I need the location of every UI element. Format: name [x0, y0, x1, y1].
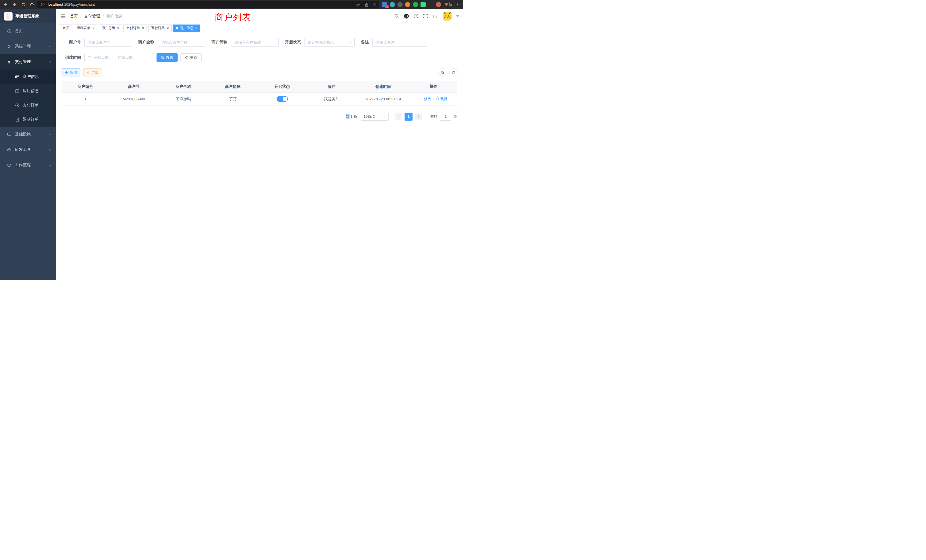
- prev-page-button[interactable]: [395, 113, 402, 120]
- app-logo[interactable]: 芋道管理系统: [0, 9, 56, 23]
- user-avatar[interactable]: [443, 12, 452, 21]
- close-icon[interactable]: ×: [92, 27, 94, 30]
- breadcrumb-item[interactable]: 支付管理: [84, 14, 100, 19]
- record-circle-icon: [14, 103, 21, 107]
- full-name-label: 商户全称: [138, 39, 154, 45]
- date-end-placeholder[interactable]: 结束日期: [118, 55, 133, 60]
- delete-link-label: 删除: [440, 96, 448, 101]
- close-icon[interactable]: ×: [117, 27, 119, 30]
- bookmark-star-icon[interactable]: ☆: [373, 3, 376, 6]
- page-number-button[interactable]: 1: [404, 113, 413, 121]
- sidebar-item-app-info[interactable]: 应用信息: [0, 84, 56, 98]
- status-toggle-on[interactable]: [277, 96, 288, 102]
- edit-link-label: 修改: [424, 96, 431, 101]
- tab-merchant-info[interactable]: 商户信息×: [173, 24, 200, 32]
- caret-down-icon[interactable]: [456, 15, 459, 17]
- delete-link[interactable]: 删除: [436, 96, 448, 101]
- chevron-up-icon: [49, 61, 52, 64]
- extension-icon[interactable]: [428, 2, 433, 7]
- forward-icon[interactable]: [12, 2, 17, 7]
- sidebar-item-merchant-info[interactable]: 商户信息: [0, 70, 56, 84]
- short-name-input[interactable]: [231, 38, 278, 47]
- reload-icon[interactable]: [21, 2, 26, 7]
- cell-merchant-no: M233666999: [109, 92, 159, 106]
- reset-button-label: 重置: [190, 55, 197, 60]
- extension-icon[interactable]: 10: [382, 2, 387, 7]
- sidebar-item-workflow[interactable]: 工作流程: [0, 157, 56, 173]
- remark-input[interactable]: [372, 38, 427, 47]
- export-button[interactable]: 导出: [83, 68, 102, 76]
- breadcrumb-item[interactable]: 首页: [70, 14, 78, 19]
- edit-link[interactable]: 修改: [419, 96, 431, 101]
- chevron-down-icon: [49, 45, 52, 48]
- extension-icon[interactable]: [398, 2, 402, 7]
- goto-page-input[interactable]: [440, 113, 451, 121]
- col-header: 备注: [307, 81, 357, 92]
- search-icon[interactable]: [394, 14, 399, 18]
- back-icon[interactable]: [3, 2, 8, 7]
- page-annotation: 商户列表: [215, 12, 251, 23]
- sidebar-item-system[interactable]: ⚙ 系统管理: [0, 39, 56, 54]
- col-header: 商户编号: [62, 81, 109, 92]
- browser-menu-icon[interactable]: ⋮: [455, 2, 460, 7]
- fullscreen-icon[interactable]: [423, 14, 428, 18]
- col-header: 商户全称: [159, 81, 208, 92]
- merchant-no-input[interactable]: [85, 38, 132, 47]
- svg-text:?: ?: [415, 15, 417, 18]
- sidebar-item-payment[interactable]: ¥ 支付管理: [0, 54, 56, 70]
- sidebar-item-home[interactable]: 首页: [0, 23, 56, 39]
- sidebar-item-refund-order[interactable]: 退款订单: [0, 112, 56, 127]
- add-button[interactable]: 新增: [62, 68, 80, 76]
- next-page-button[interactable]: [415, 113, 422, 120]
- sidebar-item-label: 研发工具: [15, 147, 31, 152]
- chevron-down-icon: [49, 148, 52, 151]
- reset-button[interactable]: 重置: [180, 53, 201, 62]
- tab-process-form[interactable]: 流程表单×: [74, 24, 97, 32]
- hamburger-icon[interactable]: [56, 14, 70, 18]
- sidebar-item-label: 支付订单: [23, 103, 39, 108]
- search-button-label: 搜索: [166, 55, 173, 60]
- toggle-search-icon[interactable]: [439, 68, 446, 76]
- refresh-table-icon[interactable]: [449, 68, 457, 76]
- close-icon[interactable]: ×: [142, 27, 144, 30]
- browser-update-button[interactable]: 更新: [445, 2, 452, 7]
- tab-user-group[interactable]: 用户分组×: [98, 24, 122, 32]
- key-icon[interactable]: [356, 2, 361, 7]
- monitor-icon: [6, 132, 12, 136]
- col-header: 开启状态: [257, 81, 307, 92]
- status-select[interactable]: [304, 38, 355, 47]
- address-bar[interactable]: localhost:1024/pay/merchant ☆: [37, 1, 379, 8]
- share-icon[interactable]: [364, 2, 369, 7]
- search-button[interactable]: 搜索: [156, 53, 178, 62]
- home-icon[interactable]: [29, 2, 35, 7]
- sidebar-item-pay-order[interactable]: 支付订单: [0, 98, 56, 112]
- cell-created-at: 2021-10-23 08:31:14: [356, 92, 410, 106]
- pagination-total-highlight: 共: [346, 114, 350, 119]
- extension-icon[interactable]: [421, 2, 426, 7]
- date-range-picker[interactable]: 开始日期 - 结束日期: [85, 53, 153, 62]
- date-start-placeholder[interactable]: 开始日期: [94, 55, 109, 60]
- tab-refund-order[interactable]: 退款订单×: [148, 24, 172, 32]
- font-size-icon[interactable]: TT: [433, 14, 439, 18]
- extension-icon[interactable]: [413, 2, 418, 7]
- full-name-input[interactable]: [158, 38, 205, 47]
- page-size-select[interactable]: 10条/页: [361, 113, 389, 121]
- pencil-icon: [419, 97, 423, 101]
- sidebar-item-dev-tools[interactable]: 研发工具: [0, 142, 56, 157]
- github-icon[interactable]: [404, 14, 409, 19]
- extension-icon[interactable]: [436, 2, 441, 7]
- tab-label: 支付订单: [126, 26, 140, 30]
- close-icon[interactable]: ×: [167, 27, 169, 30]
- tab-pay-order[interactable]: 支付订单×: [123, 24, 147, 32]
- tab-home[interactable]: 首页: [60, 24, 73, 32]
- page-info-icon[interactable]: [40, 2, 45, 7]
- col-header: 操作: [410, 81, 457, 92]
- extension-icon[interactable]: [390, 2, 395, 7]
- extension-icon[interactable]: [405, 2, 410, 7]
- close-icon[interactable]: ×: [195, 27, 197, 30]
- page-size-value: 10条/页: [363, 114, 376, 119]
- sidebar-item-label: 工作流程: [15, 162, 31, 168]
- sidebar-item-infrastructure[interactable]: 基础设施: [0, 127, 56, 142]
- merchant-table: 商户编号 商户号 商户全称 商户简称 开启状态 备注 创建时间 操作 1 M23…: [62, 81, 457, 106]
- help-icon[interactable]: ?: [414, 14, 419, 18]
